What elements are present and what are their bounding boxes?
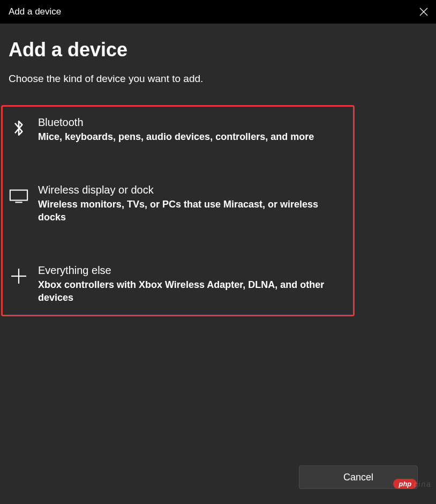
titlebar: Add a device bbox=[0, 0, 436, 24]
display-icon bbox=[9, 186, 28, 205]
titlebar-title: Add a device bbox=[9, 6, 61, 17]
option-everything-else[interactable]: Everything else Xbox controllers with Xb… bbox=[3, 259, 353, 309]
page-title: Add a device bbox=[9, 39, 427, 61]
option-wireless-display[interactable]: Wireless display or dock Wireless monito… bbox=[3, 179, 353, 229]
option-text: Wireless display or dock Wireless monito… bbox=[38, 184, 345, 224]
svg-rect-2 bbox=[10, 190, 27, 201]
bluetooth-icon bbox=[9, 118, 28, 138]
close-button[interactable] bbox=[411, 0, 436, 24]
dialog-content: Add a device Choose the kind of device y… bbox=[0, 24, 436, 316]
watermark-suffix: cina bbox=[414, 480, 432, 488]
option-title: Wireless display or dock bbox=[38, 184, 345, 196]
option-bluetooth[interactable]: Bluetooth Mice, keyboards, pens, audio d… bbox=[3, 111, 353, 149]
option-description: Xbox controllers with Xbox Wireless Adap… bbox=[38, 279, 345, 304]
close-icon bbox=[419, 8, 428, 16]
option-text: Everything else Xbox controllers with Xb… bbox=[38, 264, 345, 304]
plus-icon bbox=[9, 266, 28, 286]
option-description: Mice, keyboards, pens, audio devices, co… bbox=[38, 131, 314, 143]
device-options-group: Bluetooth Mice, keyboards, pens, audio d… bbox=[1, 105, 355, 316]
watermark: php cina bbox=[393, 479, 432, 489]
option-title: Bluetooth bbox=[38, 116, 314, 129]
option-title: Everything else bbox=[38, 264, 345, 277]
option-text: Bluetooth Mice, keyboards, pens, audio d… bbox=[38, 116, 314, 143]
option-description: Wireless monitors, TVs, or PCs that use … bbox=[38, 198, 345, 224]
page-subtitle: Choose the kind of device you want to ad… bbox=[9, 73, 427, 85]
